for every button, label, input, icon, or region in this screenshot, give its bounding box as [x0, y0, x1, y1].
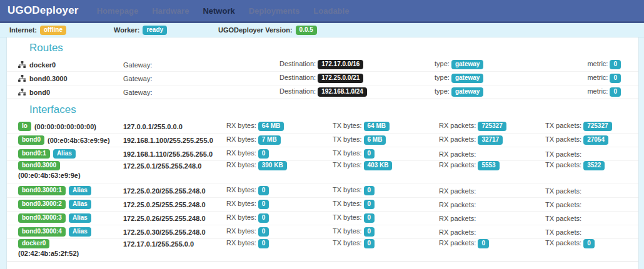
interface-ip: 172.25.0.30/255.255.248.0: [123, 228, 226, 236]
rx-packets-label: RX packets:: [439, 228, 476, 236]
rx-bytes-badge: 0: [258, 149, 269, 159]
interface-ip: 192.168.1.100/255.255.255.0: [123, 137, 226, 144]
interface-name-badge: bond0:1: [18, 149, 50, 159]
tx-bytes-badge: 0: [364, 227, 375, 237]
nav-item-network[interactable]: Network: [196, 0, 241, 21]
version-badge: 0.0.5: [296, 26, 317, 35]
interface-name-cell: bond0.3000:3 Alias: [18, 213, 123, 223]
tx-packets-badge: 3522: [583, 161, 605, 170]
rx-bytes-badge: 64 MB: [258, 122, 284, 131]
alias-badge: Alias: [69, 200, 91, 209]
tx-packets-label: TX packets:: [545, 201, 581, 208]
route-name-cell: bond0: [18, 89, 123, 96]
internet-status: Internet: offline: [9, 26, 114, 35]
worker-status-badge: ready: [143, 26, 167, 35]
interface-name-badge: bond0.3000:1: [18, 186, 66, 195]
interface-name-badge: bond0.3000:2: [18, 200, 66, 209]
interface-mac-line: (00:e0:4b:63:e9:9e): [18, 170, 627, 183]
rx-packets-badge: 5553: [478, 161, 499, 170]
type-label: type:: [435, 60, 450, 67]
tx-bytes-badge: 0: [364, 186, 375, 195]
interface-ip: 172.25.0.1/255.255.248.0: [123, 162, 226, 170]
rx-bytes-label: RX bytes:: [226, 122, 256, 129]
type-label: type:: [435, 87, 450, 95]
interface-ip: 172.25.0.26/255.255.248.0: [123, 215, 226, 222]
tx-packets-label: TX packets:: [545, 239, 581, 247]
interface-name-cell: bond0.3000: [18, 161, 123, 170]
rx-bytes-label: RX bytes:: [226, 161, 256, 169]
rx-bytes-badge: 0: [258, 200, 269, 209]
rx-packets-label: RX packets:: [439, 122, 476, 129]
alias-badge: Alias: [53, 149, 76, 159]
tx-bytes-badge: 0: [364, 149, 375, 159]
tx-bytes-badge: 0: [364, 239, 375, 248]
interface-name-cell: bond0:1 Alias: [18, 149, 123, 159]
interface-name-cell: lo (00:00:00:00:00:00): [18, 122, 123, 131]
app-brand[interactable]: UGODeployer: [8, 4, 79, 17]
metric-label: metric:: [587, 60, 608, 67]
interface-row: docker0 172.17.0.1/255.255.0.0 RX bytes:…: [7, 238, 638, 262]
rx-bytes-label: RX bytes:: [226, 149, 256, 157]
interface-mac: (00:00:00:00:00:00): [34, 123, 96, 130]
nav-item-loadable[interactable]: Loadable: [306, 0, 356, 21]
version-label: UGODeployer Version:: [218, 26, 293, 34]
metric-badge: 0: [610, 87, 621, 97]
interface-name-cell: bond0.3000:1 Alias: [18, 186, 123, 195]
interface-row: bond0.3000:4 Alias 172.25.0.30/255.255.2…: [7, 225, 638, 238]
rx-bytes-label: RX bytes:: [226, 239, 256, 247]
tx-bytes-label: TX bytes:: [333, 149, 361, 157]
destination-label: Destination:: [279, 60, 316, 67]
interfaces-section-title: Interfaces: [7, 99, 638, 120]
interface-name-cell: bond0.3000:4 Alias: [18, 227, 123, 237]
type-label: type:: [435, 74, 450, 81]
tx-bytes-badge: 6 MB: [364, 135, 386, 145]
interface-ip: 172.25.0.20/255.255.248.0: [123, 187, 226, 195]
main-nav: Homepage Hardware Network Deployments Lo…: [90, 0, 356, 21]
metric-badge: 0: [610, 74, 621, 83]
version-status: UGODeployer Version: 0.0.5: [218, 26, 317, 35]
route-name: bond0: [29, 89, 50, 96]
route-name-cell: docker0: [18, 61, 123, 69]
tx-packets-badge: 725327: [583, 122, 611, 131]
interface-name-badge: lo: [18, 122, 31, 131]
tx-bytes-label: TX bytes:: [333, 135, 361, 143]
route-name: docker0: [29, 61, 56, 69]
route-name-cell: bond0.3000: [18, 75, 123, 82]
interface-row: bond0.3000:2 Alias 172.25.0.25/255.255.2…: [7, 197, 638, 211]
tx-bytes-label: TX bytes:: [333, 227, 361, 235]
rx-bytes-badge: 7 MB: [258, 135, 281, 145]
tx-packets-badge: 0: [583, 239, 595, 248]
route-row-bond0-3000: bond0.3000 Gateway: Destination: 172.25.…: [7, 71, 638, 85]
interface-ip: 127.0.0.1/255.0.0.0: [123, 123, 226, 130]
route-row-docker0: docker0 Gateway: Destination: 172.17.0.0…: [7, 58, 638, 71]
nav-item-hardware[interactable]: Hardware: [145, 0, 196, 21]
metric-label: metric:: [587, 74, 608, 81]
worker-status: Worker: ready: [114, 26, 218, 35]
rx-bytes-label: RX bytes:: [226, 227, 256, 235]
alias-badge: Alias: [69, 186, 91, 195]
status-bar: Internet: offline Worker: ready UGODeplo…: [0, 23, 644, 37]
interface-row: lo (00:00:00:00:00:00) 127.0.0.1/255.0.0…: [7, 120, 638, 133]
interface-mac-line: (02:42:4b:a5:2f:52): [18, 248, 627, 262]
route-type-badge: gateway: [451, 87, 483, 97]
sitemap-icon: [18, 75, 26, 82]
gateway-label: Gateway:: [123, 89, 152, 96]
interface-row: bond0:1 Alias 192.168.1.110/255.255.255.…: [7, 147, 638, 160]
alias-badge: Alias: [69, 227, 91, 237]
nav-item-deployments[interactable]: Deployments: [242, 0, 307, 21]
rx-bytes-badge: 0: [258, 239, 269, 248]
rx-packets-label: RX packets:: [439, 161, 476, 169]
destination-badge: 172.25.0.0/21: [318, 74, 363, 83]
rx-packets-label: RX packets:: [439, 150, 476, 158]
interface-name-badge: bond0.3000:4: [18, 227, 66, 237]
routes-list: docker0 Gateway: Destination: 172.17.0.0…: [7, 58, 638, 99]
rx-packets-label: RX packets:: [439, 239, 476, 247]
tx-bytes-label: TX bytes:: [333, 122, 361, 129]
rx-bytes-label: RX bytes:: [226, 135, 256, 143]
tx-bytes-label: TX bytes:: [333, 186, 361, 193]
rx-bytes-badge: 0: [258, 227, 269, 237]
tx-bytes-label: TX bytes:: [333, 161, 361, 169]
tx-bytes-label: TX bytes:: [333, 200, 361, 207]
nav-item-homepage[interactable]: Homepage: [90, 0, 145, 21]
tx-packets-label: TX packets:: [545, 215, 581, 222]
